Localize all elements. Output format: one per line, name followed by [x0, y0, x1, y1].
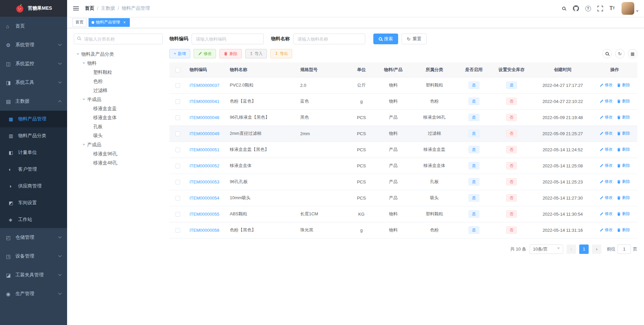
- page-size-select[interactable]: 10条/页: [530, 245, 563, 254]
- sidebar-item[interactable]: ◰仓储管理: [0, 228, 67, 247]
- row-checkbox[interactable]: [175, 83, 180, 88]
- sidebar-item[interactable]: ⌂首页: [0, 17, 67, 36]
- edit-link[interactable]: 修改: [599, 227, 613, 233]
- sidebar-subitem[interactable]: ◑供应商管理: [0, 178, 67, 195]
- row-checkbox[interactable]: [175, 164, 180, 168]
- delete-link[interactable]: 删除: [617, 179, 630, 184]
- user-menu[interactable]: [622, 2, 639, 15]
- select-all-checkbox[interactable]: [175, 68, 180, 72]
- sidebar-item[interactable]: ◪工装夹具管理: [0, 266, 67, 284]
- row-checkbox[interactable]: [175, 148, 180, 152]
- sidebar-item[interactable]: ⚙系统管理: [0, 36, 67, 54]
- material-code-link[interactable]: ITEM00000052: [190, 163, 219, 168]
- breadcrumb-item[interactable]: 首页: [85, 5, 94, 11]
- sidebar-subitem[interactable]: ▥物料产品分类: [0, 127, 67, 144]
- sidebar-item[interactable]: ▤主数据: [0, 92, 67, 111]
- columns-button[interactable]: ▦: [628, 49, 637, 58]
- sidebar-item[interactable]: ◳设备管理: [0, 247, 67, 266]
- edit-link[interactable]: 修改: [599, 179, 613, 184]
- row-checkbox[interactable]: [175, 180, 180, 184]
- tree-node[interactable]: 物料及产品分类: [74, 50, 163, 59]
- fullscreen-icon[interactable]: [597, 5, 603, 12]
- edit-link[interactable]: 修改: [599, 82, 613, 88]
- reset-button[interactable]: ↻ 重置: [401, 34, 427, 44]
- row-checkbox[interactable]: [175, 131, 180, 136]
- material-code-link[interactable]: ITEM00000041: [190, 99, 219, 104]
- prev-page-button[interactable]: ‹: [567, 245, 576, 254]
- sidebar-subitem[interactable]: ◈工作站: [0, 211, 67, 228]
- page-number-button[interactable]: 1: [579, 245, 589, 254]
- search-icon[interactable]: [560, 5, 567, 12]
- edit-link[interactable]: 修改: [599, 147, 613, 152]
- tree-node[interactable]: 移液盒48孔: [74, 158, 163, 167]
- avatar[interactable]: [622, 2, 634, 15]
- material-code-link[interactable]: ITEM00000037: [190, 83, 219, 88]
- material-name-input[interactable]: [293, 34, 365, 44]
- delete-link[interactable]: 删除: [617, 163, 630, 168]
- tab-item[interactable]: 物料产品管理×: [89, 18, 130, 27]
- material-code-input[interactable]: [192, 34, 264, 44]
- tree-node[interactable]: 物料: [74, 59, 163, 68]
- delete-link[interactable]: 删除: [617, 227, 630, 233]
- material-code-link[interactable]: ITEM00000053: [190, 179, 219, 184]
- material-code-link[interactable]: ITEM00000056: [190, 228, 219, 233]
- edit-button[interactable]: 修改: [194, 49, 216, 58]
- delete-link[interactable]: 删除: [617, 211, 630, 217]
- delete-link[interactable]: 删除: [617, 98, 630, 104]
- tab-item[interactable]: 首页: [72, 18, 87, 27]
- refresh-button[interactable]: ↻: [615, 49, 625, 58]
- next-page-button[interactable]: ›: [592, 245, 601, 254]
- sidebar-item[interactable]: ◉生产管理: [0, 284, 67, 303]
- material-code-link[interactable]: ITEM00000046: [190, 115, 219, 120]
- font-size-icon[interactable]: TT: [609, 5, 615, 12]
- row-checkbox[interactable]: [175, 115, 180, 120]
- row-checkbox[interactable]: [175, 228, 180, 233]
- delete-link[interactable]: 删除: [617, 114, 630, 120]
- tree-node[interactable]: 移液盒盒体: [74, 113, 163, 122]
- delete-link[interactable]: 删除: [617, 195, 630, 201]
- edit-link[interactable]: 修改: [599, 195, 613, 201]
- export-button[interactable]: ↧导出: [270, 49, 292, 58]
- tree-node[interactable]: 移液盒96孔: [74, 149, 163, 158]
- row-checkbox[interactable]: [175, 212, 180, 217]
- delete-button[interactable]: 删除: [219, 49, 242, 58]
- page-jump-input[interactable]: [618, 245, 631, 254]
- app-logo[interactable]: 苦糖果MES: [0, 0, 67, 17]
- material-code-link[interactable]: ITEM00000049: [190, 131, 219, 136]
- row-checkbox[interactable]: [175, 196, 180, 201]
- tree-node[interactable]: 移液盒盒盖: [74, 104, 163, 113]
- sidebar-subitem[interactable]: ▦物料产品管理: [0, 111, 67, 127]
- search-toggle-button[interactable]: [602, 49, 612, 58]
- row-checkbox[interactable]: [175, 99, 180, 104]
- add-button[interactable]: +新增: [169, 49, 190, 58]
- edit-link[interactable]: 修改: [599, 98, 613, 104]
- edit-link[interactable]: 修改: [599, 130, 613, 136]
- edit-link[interactable]: 修改: [599, 211, 613, 217]
- tree-node[interactable]: 塑料颗粒: [74, 68, 163, 77]
- tree-node[interactable]: 色粉: [74, 77, 163, 86]
- delete-link[interactable]: 删除: [617, 147, 630, 152]
- sidebar-subitem[interactable]: ◧计量单位: [0, 144, 67, 161]
- tree-node[interactable]: 孔板: [74, 122, 163, 131]
- search-button[interactable]: 搜索: [373, 34, 398, 44]
- category-search-input[interactable]: [74, 34, 163, 44]
- import-button[interactable]: ↥导入: [245, 49, 267, 58]
- help-icon[interactable]: ?: [585, 5, 591, 12]
- close-icon[interactable]: ×: [122, 20, 127, 25]
- tree-node[interactable]: 产成品: [74, 140, 163, 149]
- tree-node[interactable]: 半成品: [74, 95, 163, 104]
- delete-link[interactable]: 删除: [617, 130, 630, 136]
- material-code-link[interactable]: ITEM00000054: [190, 196, 219, 201]
- delete-link[interactable]: 删除: [617, 82, 630, 88]
- sidebar-item[interactable]: ◨系统工具: [0, 73, 67, 92]
- tree-node[interactable]: 过滤棉: [74, 86, 163, 95]
- material-code-link[interactable]: ITEM00000051: [190, 147, 219, 152]
- sidebar-item[interactable]: ◫系统监控: [0, 54, 67, 73]
- material-code-link[interactable]: ITEM00000055: [190, 212, 219, 217]
- github-icon[interactable]: [573, 5, 579, 12]
- edit-link[interactable]: 修改: [599, 163, 613, 168]
- sidebar-toggle-icon[interactable]: [72, 5, 79, 12]
- tree-node[interactable]: 吸头: [74, 131, 163, 140]
- sidebar-subitem[interactable]: ◩车间设置: [0, 195, 67, 211]
- edit-link[interactable]: 修改: [599, 114, 613, 120]
